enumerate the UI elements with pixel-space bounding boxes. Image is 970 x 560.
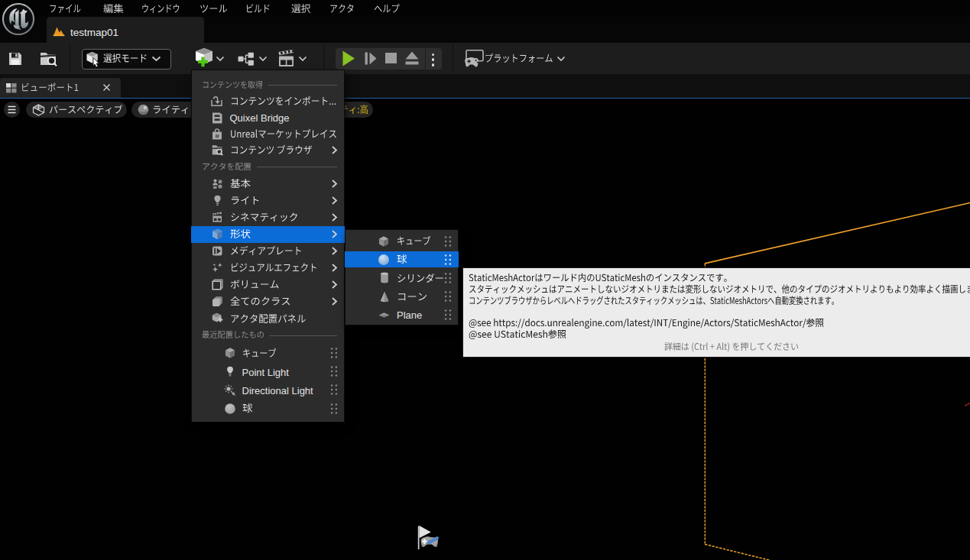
- svg-text:u: u: [216, 131, 219, 139]
